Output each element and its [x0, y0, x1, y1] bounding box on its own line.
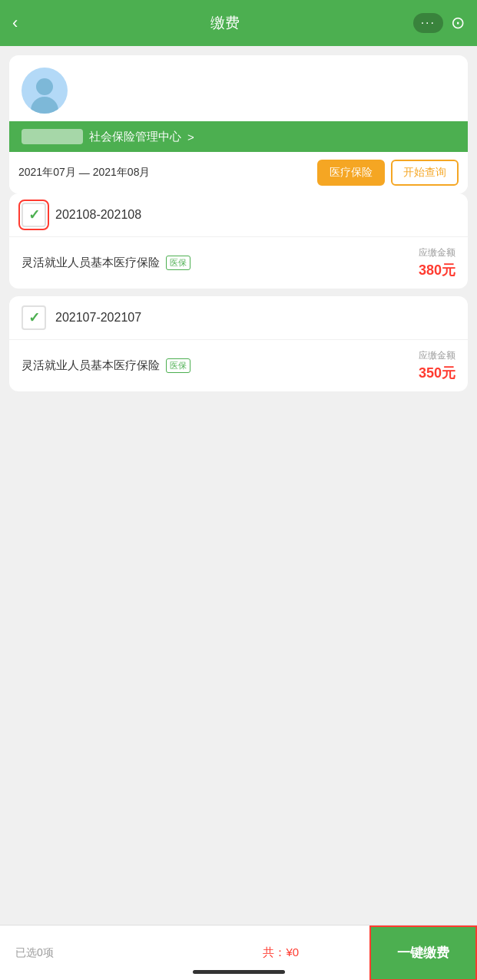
date-separator: —: [79, 167, 90, 179]
total-value: ¥0: [286, 945, 299, 959]
avatar: [22, 68, 68, 114]
main-content: 社会保险管理中心 > 2021年07月 — 2021年08月 医疗保险 开始查询…: [0, 46, 477, 468]
record-header-1: ✓ 202108-202108: [9, 193, 468, 237]
total-prefix: 共：: [263, 945, 286, 959]
record-body-2: 灵活就业人员基本医疗保险 医保 应缴金额 350元: [9, 340, 468, 391]
scan-button[interactable]: ⊙: [451, 13, 465, 33]
avatar-body: [31, 97, 58, 114]
date-start: 2021年07月: [18, 166, 76, 180]
page-title: 缴费: [210, 13, 240, 33]
org-blurred: [22, 129, 83, 144]
insurance-info-2: 灵活就业人员基本医疗保险 医保: [22, 358, 190, 373]
date-end: 2021年08月: [93, 166, 151, 180]
home-indicator: [193, 970, 285, 974]
checkbox-2[interactable]: ✓: [22, 305, 46, 330]
header: ‹ 缴费 ··· ⊙: [0, 0, 477, 46]
bottom-bar: 已选0项 共：¥0 一键缴费: [0, 925, 477, 980]
banner-arrow: >: [187, 130, 194, 144]
check-icon-1: ✓: [28, 206, 40, 223]
insurance-tag-2: 医保: [166, 358, 190, 373]
profile-top: [9, 55, 468, 114]
selected-count: 已选0项: [0, 946, 193, 960]
back-button[interactable]: ‹: [12, 13, 37, 33]
org-banner[interactable]: 社会保险管理中心 >: [9, 121, 468, 152]
record-card-1: ✓ 202108-202108 灵活就业人员基本医疗保险 医保 应缴金额 380…: [9, 193, 468, 289]
insurance-info-1: 灵活就业人员基本医疗保险 医保: [22, 256, 190, 270]
amount-label-2: 应缴金额: [419, 349, 455, 362]
header-actions: ··· ⊙: [413, 13, 465, 33]
record-card-2: ✓ 202107-202107 灵活就业人员基本医疗保险 医保 应缴金额 350…: [9, 296, 468, 391]
amount-value-1: 380元: [419, 261, 455, 279]
total-amount: 共：¥0: [193, 945, 370, 960]
profile-card: 社会保险管理中心 > 2021年07月 — 2021年08月 医疗保险 开始查询: [9, 55, 468, 193]
date-range: 2021年07月 — 2021年08月: [18, 166, 311, 180]
amount-info-2: 应缴金额 350元: [419, 349, 455, 382]
record-period-2: 202107-202107: [55, 311, 141, 325]
amount-value-2: 350元: [419, 364, 455, 382]
record-period-1: 202108-202108: [55, 208, 141, 222]
org-name: 社会保险管理中心: [89, 130, 181, 144]
avatar-head: [36, 78, 53, 95]
amount-label-1: 应缴金额: [419, 246, 455, 259]
query-button[interactable]: 开始查询: [391, 160, 459, 186]
type-filter-button[interactable]: 医疗保险: [317, 160, 385, 186]
more-button[interactable]: ···: [413, 13, 443, 33]
filter-row: 2021年07月 — 2021年08月 医疗保险 开始查询: [9, 152, 468, 193]
insurance-name-2: 灵活就业人员基本医疗保险: [22, 358, 160, 373]
check-icon-2: ✓: [28, 309, 40, 326]
record-header-2: ✓ 202107-202107: [9, 296, 468, 340]
checkbox-1[interactable]: ✓: [22, 203, 46, 227]
insurance-tag-1: 医保: [166, 256, 190, 270]
insurance-name-1: 灵活就业人员基本医疗保险: [22, 256, 160, 270]
amount-info-1: 应缴金额 380元: [419, 246, 455, 279]
record-body-1: 灵活就业人员基本医疗保险 医保 应缴金额 380元: [9, 237, 468, 289]
avatar-image: [22, 68, 68, 114]
pay-button[interactable]: 一键缴费: [369, 926, 477, 981]
